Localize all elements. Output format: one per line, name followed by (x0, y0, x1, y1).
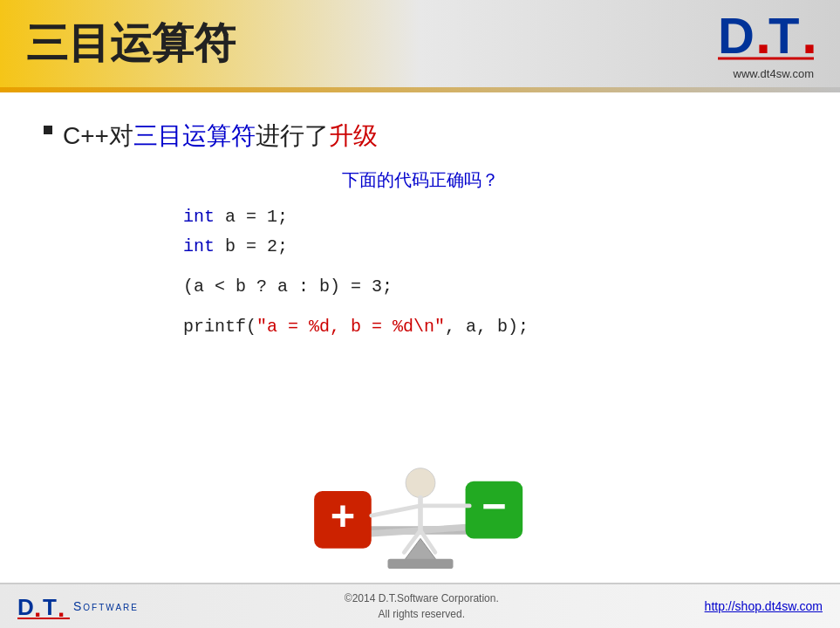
code-rest-1: a = 1; (215, 207, 288, 227)
svg-rect-6 (387, 559, 453, 569)
svg-text:.: . (34, 593, 41, 620)
svg-text:T: T (43, 594, 57, 620)
code-rest-2: b = 2; (215, 236, 288, 256)
code-printf-str: "a = %d, b = %d\n" (256, 317, 445, 337)
svg-text:−: − (481, 482, 506, 529)
bullet-highlight2: 升级 (329, 122, 378, 149)
dt-logo-icon: D . T . (718, 8, 814, 65)
bullet-middle: 进行了 (256, 122, 329, 149)
footer-software-label: Software (73, 599, 139, 613)
svg-text:.: . (58, 593, 65, 620)
footer-shop-link[interactable]: http://shop.dt4sw.com (705, 599, 823, 613)
question-text: 下面的代码正确吗？ (44, 168, 796, 192)
code-kw-1: int (183, 207, 215, 227)
footer-logo: D . T . Software (17, 592, 139, 620)
code-block: int a = 1; int b = 2; (a < b ? a : b) = … (183, 202, 796, 342)
logo-url: www.dt4sw.com (734, 67, 814, 80)
bullet-icon (44, 126, 52, 134)
slide: 三目运算符 D . T . www.dt4sw.com (0, 0, 840, 628)
svg-text:D: D (718, 8, 755, 64)
svg-text:+: + (330, 492, 354, 539)
code-line-2: int b = 2; (183, 232, 796, 262)
bullet-section: C++对三目运算符进行了升级 (44, 119, 796, 153)
code-printf-post: , a, b); (445, 317, 529, 337)
slide-title: 三目运算符 (26, 16, 236, 72)
balance-image-area: + − (0, 399, 840, 574)
footer: D . T . Software ©2014 D.T.Software Corp… (0, 583, 840, 628)
footer-logo-icon: D . T . (17, 592, 70, 620)
code-line-3: (a < b ? a : b) = 3; (183, 272, 796, 302)
svg-text:T: T (768, 8, 799, 64)
code-line-1: int a = 1; (183, 202, 796, 232)
footer-copyright-line1: ©2014 D.T.Software Corporation. (345, 590, 499, 606)
bullet-text: C++对三目运算符进行了升级 (63, 119, 378, 153)
main-content: C++对三目运算符进行了升级 下面的代码正确吗？ int a = 1; int … (0, 92, 840, 583)
svg-text:.: . (802, 8, 814, 65)
footer-rights-line: All rights reserved. (345, 606, 499, 622)
balance-scale-icon: + − (290, 408, 551, 574)
bullet-highlight1: 三目运算符 (133, 122, 256, 149)
code-printf-pre: printf( (183, 317, 256, 337)
bullet-prefix: C++对 (63, 122, 133, 149)
code-line-4: printf("a = %d, b = %d\n", a, b); (183, 312, 796, 342)
code-expr: (a < b ? a : b) = 3; (183, 276, 393, 297)
svg-point-13 (406, 468, 435, 498)
svg-text:D: D (17, 594, 34, 620)
footer-copyright: ©2014 D.T.Software Corporation. All righ… (345, 590, 499, 622)
svg-line-15 (371, 506, 420, 515)
code-kw-2: int (183, 236, 215, 256)
header: 三目运算符 D . T . www.dt4sw.com (0, 0, 840, 87)
logo-area: D . T . www.dt4sw.com (718, 8, 814, 80)
